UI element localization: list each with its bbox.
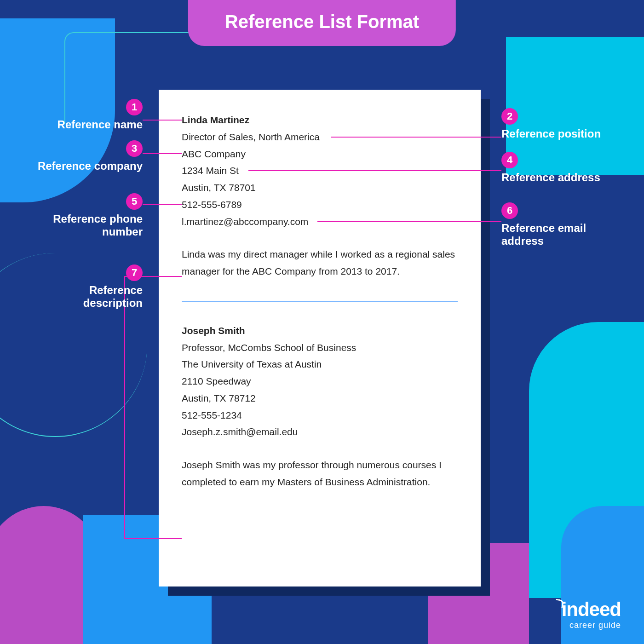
connector-line [124,538,182,539]
callout-label: Reference name [28,118,143,131]
ref1-description: Linda was my direct manager while I work… [182,246,458,280]
callout-reference-position: 2 Reference position [501,108,616,140]
callout-reference-name: 1 Reference name [28,99,143,131]
connector-line [317,221,501,222]
ref1-company: ABC Company [182,146,458,163]
ref2-email: Joseph.z.smith@email.edu [182,424,458,441]
callout-label: Reference company [28,160,143,172]
callout-reference-email: 6 Reference email address [501,202,616,247]
title-banner: Reference List Format [188,0,456,46]
callout-reference-address: 4 Reference address [501,152,616,184]
badge-5: 5 [126,193,143,210]
callout-reference-description: 7 Reference description [28,264,143,310]
badge-6: 6 [501,202,518,219]
badge-1: 1 [126,99,143,115]
ref2-description: Joseph Smith was my professor through nu… [182,457,458,491]
badge-3: 3 [126,140,143,157]
badge-7: 7 [126,264,143,281]
ref2-company: The University of Texas at Austin [182,356,458,373]
badge-4: 4 [501,152,518,168]
ref2-address2: Austin, TX 78712 [182,390,458,407]
connector-line [143,204,182,205]
ref2-phone: 512-555-1234 [182,407,458,424]
callout-reference-phone: 5 Reference phone number [28,193,143,238]
ref1-name: Linda Martinez [182,112,458,129]
callout-label: Reference address [501,171,616,184]
ref2-name: Joseph Smith [182,322,458,339]
logo-brand: indeed [555,598,621,621]
callout-label: Reference position [501,127,616,140]
divider [182,301,458,302]
callout-label: Reference description [28,284,143,310]
logo-brand-text: indeed [562,598,621,620]
connector-line [143,153,182,154]
callout-label: Reference email address [501,222,616,247]
indeed-logo: indeed career guide [555,598,621,630]
connector-line [124,276,125,538]
connector-line [143,120,182,121]
ref1-address2: Austin, TX 78701 [182,179,458,196]
connector-line [248,170,501,171]
ref1-phone: 512-555-6789 [182,196,458,213]
logo-subtitle: career guide [555,621,621,630]
connector-line [331,137,501,138]
reference-document: Linda Martinez Director of Sales, North … [159,90,481,586]
callout-reference-company: 3 Reference company [28,140,143,172]
badge-2: 2 [501,108,518,125]
callout-label: Reference phone number [28,213,143,238]
ref2-address1: 2110 Speedway [182,373,458,390]
ref2-position: Professor, McCombs School of Business [182,339,458,356]
